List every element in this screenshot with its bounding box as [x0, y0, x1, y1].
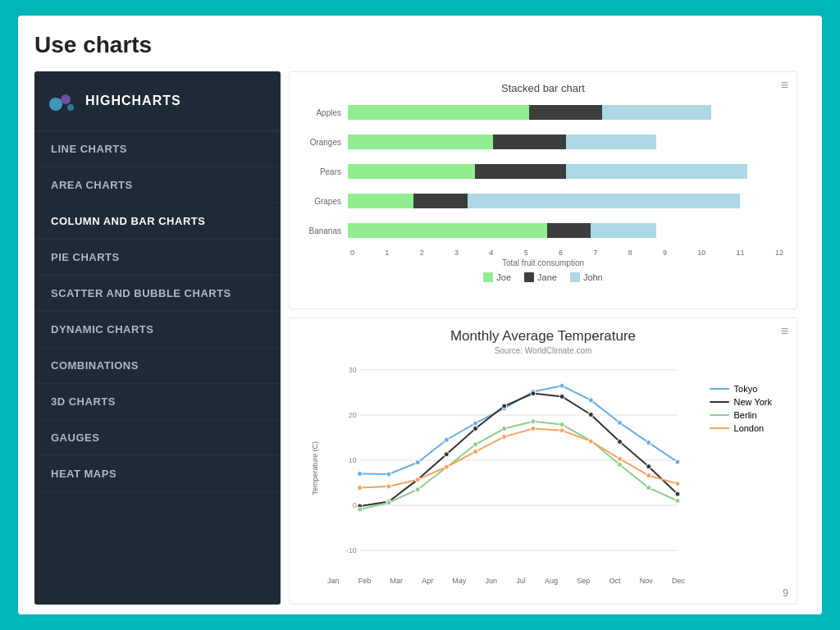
svg-point-52	[444, 464, 449, 469]
svg-point-17	[473, 421, 478, 426]
bar-x-label: Total fruit consumption	[303, 258, 783, 267]
sidebar-item-heat-maps[interactable]: HEAT MAPS	[34, 456, 281, 492]
svg-text:10: 10	[349, 456, 357, 464]
svg-point-30	[502, 404, 507, 409]
svg-text:0: 0	[353, 501, 357, 509]
legend-john: John	[570, 272, 603, 282]
legend-joe-label: Joe	[496, 272, 511, 282]
charts-area: Stacked bar chart ≡ ApplesOrangesPearsGr…	[281, 71, 806, 605]
y-axis-label: Temperature (C)	[311, 441, 319, 495]
svg-text:30: 30	[349, 366, 357, 374]
line-x-labels: Jan Feb Mar Apr May Jun Jul Aug Sep Oct …	[303, 577, 783, 585]
bar-x-axis: 0 1 2 3 4 5 6 7 8 9 10 11 12	[303, 249, 783, 257]
sidebar-item-3d-charts[interactable]: 3D CHARTS	[34, 384, 281, 420]
bar-row: Grapes	[303, 189, 783, 212]
y-axis-label-wrapper: Temperature (C)	[303, 362, 327, 575]
svg-point-42	[502, 427, 507, 431]
sidebar-item-dynamic-charts[interactable]: DYNAMIC CHARTS	[34, 312, 281, 348]
legend-tokyo: Tokyo	[710, 384, 772, 394]
svg-point-21	[588, 398, 593, 403]
content-area: HIGHCHARTS LINE CHARTS AREA CHARTS COLUM…	[34, 71, 806, 605]
svg-point-55	[531, 427, 536, 431]
legend-london: London	[710, 423, 772, 433]
line-chart-legend: Tokyo New York Berlin London	[710, 384, 772, 433]
svg-point-57	[588, 439, 593, 444]
legend-berlin: Berlin	[710, 410, 772, 420]
svg-point-2	[67, 104, 74, 111]
svg-point-0	[49, 98, 62, 111]
line-chart-title: Monthly Average Temperature	[303, 328, 783, 345]
svg-point-51	[415, 477, 420, 482]
sidebar-item-column-bar-charts[interactable]: COLUMN AND BAR CHARTS	[34, 203, 281, 240]
legend-berlin-label: Berlin	[734, 410, 757, 420]
svg-point-35	[646, 464, 651, 469]
svg-point-60	[675, 482, 680, 486]
svg-point-37	[358, 507, 363, 512]
logo-text: HIGHCHARTS	[85, 94, 181, 108]
svg-point-43	[531, 419, 536, 424]
line-chart-panel: Monthly Average Temperature Source: Worl…	[289, 317, 797, 605]
svg-point-48	[675, 499, 680, 504]
bar-row: Pears	[303, 160, 783, 183]
legend-newyork: New York	[710, 397, 772, 407]
svg-point-31	[531, 391, 536, 396]
svg-point-16	[444, 437, 449, 442]
legend-berlin-line	[710, 414, 729, 416]
legend-london-label: London	[734, 423, 765, 433]
svg-point-32	[559, 394, 564, 399]
bar-row: Apples	[303, 101, 783, 124]
legend-jane-label: Jane	[537, 272, 557, 282]
bar-chart-menu-icon[interactable]: ≡	[781, 79, 788, 92]
bar-row: Bananas	[303, 219, 783, 242]
line-chart-menu-icon[interactable]: ≡	[781, 325, 788, 338]
legend-jane: Jane	[524, 272, 557, 282]
legend-joe: Joe	[483, 272, 511, 282]
svg-point-39	[415, 487, 420, 492]
svg-point-33	[588, 412, 593, 417]
main-container: Use charts HIGHCHARTS LINE CHARTS AREA C…	[18, 16, 822, 614]
svg-point-29	[473, 427, 478, 431]
svg-point-14	[386, 472, 391, 477]
sidebar-item-scatter-bubble[interactable]: SCATTER AND BUBBLE CHARTS	[34, 276, 281, 312]
svg-point-36	[675, 491, 680, 496]
svg-point-24	[675, 459, 680, 464]
bar-row: Oranges	[303, 130, 783, 153]
svg-point-28	[444, 452, 449, 457]
svg-point-22	[618, 420, 623, 425]
svg-point-38	[386, 500, 391, 505]
bar-chart-legend: Joe Jane John	[303, 272, 783, 282]
bar-chart-title: Stacked bar chart	[303, 82, 783, 94]
legend-john-label: John	[583, 272, 603, 282]
svg-point-41	[473, 442, 478, 447]
bar-rows-container: ApplesOrangesPearsGrapesBananas	[303, 101, 783, 242]
legend-newyork-line	[710, 401, 729, 403]
svg-point-50	[386, 484, 391, 489]
legend-john-dot	[570, 272, 580, 282]
sidebar-item-line-charts[interactable]: LINE CHARTS	[34, 131, 281, 167]
sidebar-item-combinations[interactable]: COMBINATIONS	[34, 348, 281, 384]
svg-point-59	[646, 473, 651, 478]
svg-point-47	[646, 486, 651, 491]
line-chart-subtitle: Source: WorldClimate.com	[303, 346, 783, 355]
sidebar-item-area-charts[interactable]: AREA CHARTS	[34, 167, 281, 203]
sidebar-item-gauges[interactable]: GAUGES	[34, 420, 281, 456]
svg-point-15	[415, 460, 420, 465]
svg-text:-10: -10	[346, 546, 357, 555]
bar-chart-panel: Stacked bar chart ≡ ApplesOrangesPearsGr…	[289, 71, 797, 309]
page-title: Use charts	[34, 32, 806, 58]
svg-point-58	[618, 456, 623, 461]
svg-point-53	[473, 450, 478, 454]
legend-tokyo-label: Tokyo	[734, 384, 758, 394]
svg-point-44	[559, 422, 564, 427]
legend-jane-dot	[524, 272, 534, 282]
svg-point-46	[618, 463, 623, 468]
sidebar-logo: HIGHCHARTS	[34, 71, 281, 131]
legend-newyork-label: New York	[734, 397, 772, 407]
svg-point-23	[646, 441, 651, 445]
legend-tokyo-line	[710, 388, 729, 390]
svg-point-1	[61, 94, 71, 104]
page-number: 9	[783, 587, 788, 599]
svg-point-34	[618, 439, 623, 444]
svg-point-13	[358, 472, 363, 477]
sidebar-item-pie-charts[interactable]: PIE CHARTS	[34, 240, 281, 276]
